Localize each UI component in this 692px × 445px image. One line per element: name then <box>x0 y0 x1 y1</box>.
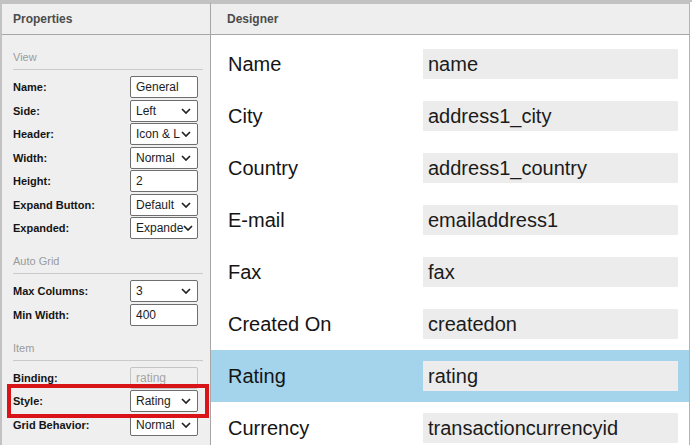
expanded-select-value: Expande <box>136 221 183 235</box>
name-input[interactable]: General <box>130 76 198 98</box>
prop-row-expand-button: Expand Button: Default <box>13 194 203 216</box>
style-label: Style: <box>13 395 43 407</box>
designer-panel-title: Designer <box>227 12 278 26</box>
properties-panel-title: Properties <box>13 12 72 26</box>
width-label: Width: <box>13 152 47 164</box>
expand-button-select-value: Default <box>136 198 174 212</box>
designer-field-label: Fax <box>228 261 423 284</box>
side-select-value: Left <box>136 104 156 118</box>
min-width-input[interactable]: 400 <box>130 304 198 326</box>
designer-field-label: Currency <box>228 417 423 440</box>
designer-panel-body: Name name City address1_city Country add… <box>211 35 689 445</box>
expand-button-label: Expand Button: <box>13 199 95 211</box>
side-label: Side: <box>13 105 40 117</box>
grid-behavior-select-value: Normal <box>136 418 175 432</box>
designer-field-binding: name <box>423 49 678 79</box>
prop-row-grid-behavior: Grid Behavior: Normal <box>13 414 203 436</box>
designer-row-currency[interactable]: Currency transactioncurrencyid <box>211 402 689 445</box>
chevron-down-icon <box>181 202 191 208</box>
header-select-value: Icon & L <box>136 127 180 141</box>
expanded-label: Expanded: <box>13 222 69 234</box>
designer-row-created-on[interactable]: Created On createdon <box>211 298 689 350</box>
prop-row-side: Side: Left <box>13 100 203 122</box>
side-select[interactable]: Left <box>130 100 198 122</box>
designer-field-label: Rating <box>228 365 423 388</box>
designer-row-city[interactable]: City address1_city <box>211 90 689 142</box>
designer-panel-header: Designer <box>211 4 689 35</box>
designer-row-fax[interactable]: Fax fax <box>211 246 689 298</box>
chevron-down-icon <box>181 422 191 428</box>
chevron-down-icon <box>181 398 191 404</box>
binding-label: Binding: <box>13 372 58 384</box>
prop-row-min-width: Min Width: 400 <box>13 304 203 326</box>
designer-field-binding: address1_city <box>423 101 678 131</box>
max-columns-label: Max Columns: <box>13 285 88 297</box>
form-designer-window: Properties View Name: General Side: Left… <box>0 0 692 445</box>
binding-input: rating <box>130 367 198 389</box>
chevron-down-icon <box>181 155 191 161</box>
max-columns-select[interactable]: 3 <box>130 280 198 302</box>
min-width-label: Min Width: <box>13 309 69 321</box>
designer-field-binding: transactioncurrencyid <box>423 413 678 443</box>
expand-button-select[interactable]: Default <box>130 194 198 216</box>
width-select[interactable]: Normal <box>130 147 198 169</box>
height-label: Height: <box>13 175 51 187</box>
designer-field-label: Name <box>228 53 423 76</box>
header-select[interactable]: Icon & L <box>130 123 198 145</box>
designer-field-label: Created On <box>228 313 423 336</box>
section-divider <box>13 273 203 274</box>
prop-row-max-columns: Max Columns: 3 <box>13 280 203 302</box>
designer-field-binding: createdon <box>423 309 678 339</box>
designer-row-name[interactable]: Name name <box>211 38 689 90</box>
designer-panel: Designer Name name City address1_city Co… <box>211 2 690 445</box>
section-label-item: Item <box>13 341 203 355</box>
style-select-value: Rating <box>136 394 171 408</box>
designer-field-label: Country <box>228 157 423 180</box>
properties-panel-body: View Name: General Side: Left Header: Ic… <box>2 50 210 436</box>
designer-field-label: E-mail <box>228 209 423 232</box>
designer-field-label: City <box>228 105 423 128</box>
chevron-down-icon <box>181 108 191 114</box>
section-divider <box>13 69 203 70</box>
style-select[interactable]: Rating <box>130 390 198 412</box>
grid-behavior-select[interactable]: Normal <box>130 414 198 436</box>
designer-field-binding: rating <box>423 361 678 391</box>
prop-row-name: Name: General <box>13 76 203 98</box>
designer-field-binding: address1_country <box>423 153 678 183</box>
prop-row-header: Header: Icon & L <box>13 123 203 145</box>
properties-panel-header: Properties <box>2 4 210 35</box>
chevron-down-icon <box>181 131 191 137</box>
section-divider <box>13 360 203 361</box>
designer-field-binding: emailaddress1 <box>423 205 678 235</box>
grid-behavior-label: Grid Behavior: <box>13 419 89 431</box>
max-columns-select-value: 3 <box>136 284 143 298</box>
name-label: Name: <box>13 81 47 93</box>
designer-row-country[interactable]: Country address1_country <box>211 142 689 194</box>
expanded-select[interactable]: Expande <box>130 217 198 239</box>
width-select-value: Normal <box>136 151 175 165</box>
prop-row-binding: Binding: rating <box>13 367 203 389</box>
prop-row-height: Height: 2 <box>13 170 203 192</box>
section-label-view: View <box>13 50 203 64</box>
properties-panel: Properties View Name: General Side: Left… <box>0 2 211 445</box>
section-label-auto-grid: Auto Grid <box>13 254 203 268</box>
height-input[interactable]: 2 <box>130 170 198 192</box>
prop-row-width: Width: Normal <box>13 147 203 169</box>
designer-row-email[interactable]: E-mail emailaddress1 <box>211 194 689 246</box>
designer-field-binding: fax <box>423 257 678 287</box>
header-label: Header: <box>13 128 54 140</box>
chevron-down-icon <box>183 225 193 231</box>
chevron-down-icon <box>181 288 191 294</box>
designer-row-rating-selected[interactable]: Rating rating <box>211 350 689 402</box>
prop-row-expanded: Expanded: Expande <box>13 217 203 239</box>
prop-row-style-red-highlight: Style: Rating <box>13 390 203 412</box>
